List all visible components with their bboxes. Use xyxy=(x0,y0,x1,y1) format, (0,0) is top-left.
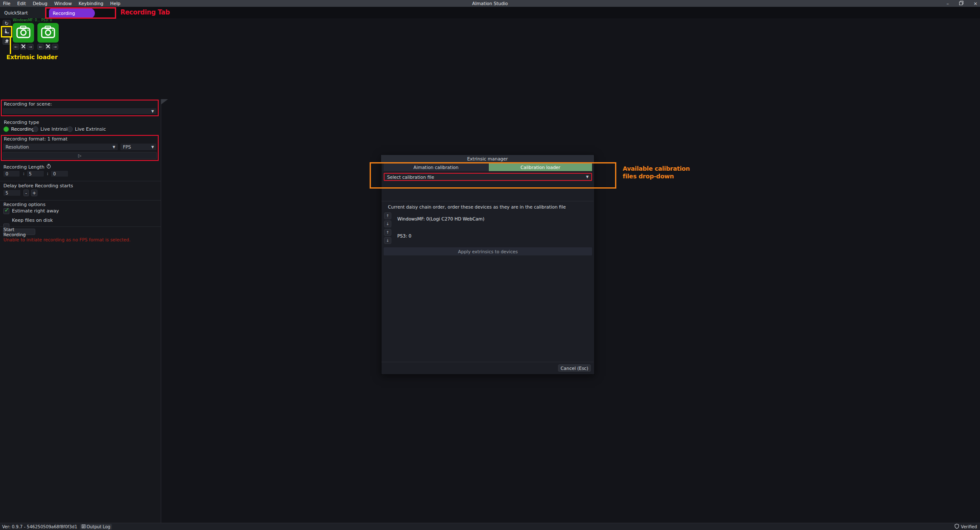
tab-recording-label: Recording xyxy=(53,11,75,16)
log-icon xyxy=(82,524,85,529)
menu-file[interactable]: File xyxy=(3,1,11,6)
menu-keybinding[interactable]: Keybinding xyxy=(79,1,103,6)
restore-icon[interactable] xyxy=(959,1,963,6)
length-minutes-value: 5 xyxy=(29,172,31,176)
extrinsic-loader-button[interactable] xyxy=(3,28,11,35)
tab-calibration-loader[interactable]: Calibration loader xyxy=(489,163,592,171)
delay-decrement-button[interactable]: - xyxy=(23,189,29,196)
version-text: Ver: 0.9.7 - 546250509a68f8f0f3d1 xyxy=(2,524,77,529)
menu-help[interactable]: Help xyxy=(110,1,120,6)
resolution-select-value: Resolution xyxy=(6,144,29,149)
splitter-handle[interactable] xyxy=(161,99,168,104)
radio-recording[interactable] xyxy=(3,126,9,132)
recording-length-text: Recording Length xyxy=(3,164,44,170)
divider xyxy=(382,362,593,362)
length-minutes-input[interactable]: 5 xyxy=(26,170,44,177)
right-arrow-icon: → xyxy=(29,45,32,49)
eraser-icon xyxy=(4,38,9,45)
fps-select[interactable]: FPS ▼ xyxy=(120,143,157,151)
device1-next-button[interactable]: → xyxy=(27,44,34,50)
camera-icon xyxy=(40,25,56,40)
recording-type-label: Recording type xyxy=(4,120,39,125)
tab-recording[interactable]: Recording xyxy=(49,8,95,18)
titlebar: File Edit Debug Window Keybinding Help A… xyxy=(0,0,980,7)
clear-devices-button[interactable] xyxy=(3,37,11,45)
extrinsic-loader-icon xyxy=(4,28,10,35)
device2-settings-button[interactable] xyxy=(45,44,51,50)
daisy-device1-label: WindowsMF: 0(Logi C270 HD WebCam) xyxy=(397,216,484,221)
menu-edit[interactable]: Edit xyxy=(17,1,26,6)
time-separator: : xyxy=(23,171,25,176)
tools-icon xyxy=(46,44,50,49)
close-button[interactable]: × xyxy=(974,1,977,6)
minus-icon: - xyxy=(26,190,27,195)
divider xyxy=(0,200,161,201)
start-recording-label: Start Recording xyxy=(3,227,35,237)
keep-files-checkbox-label: Keep files on disk xyxy=(12,218,53,223)
menu-debug[interactable]: Debug xyxy=(33,1,48,6)
radio-live-extrinsic-label: Live Extrinsic xyxy=(75,126,106,132)
recording-length-label: Recording Length xyxy=(3,164,51,170)
device2-move-up-button[interactable]: ↑ xyxy=(384,229,391,236)
shield-icon xyxy=(954,524,959,530)
refresh-devices-button[interactable]: ↻ xyxy=(3,20,11,27)
tab-quickstart[interactable]: QuickStart xyxy=(0,7,47,18)
clock-icon xyxy=(46,164,51,170)
tab-aimation-calibration[interactable]: Aimation calibration xyxy=(384,163,488,171)
panel-splitter[interactable] xyxy=(161,99,161,523)
calibration-file-select[interactable]: Select calibration file ▼ xyxy=(384,173,592,181)
recording-format-label: Recording format: 1 format xyxy=(4,136,68,142)
delay-input[interactable]: 5 xyxy=(3,189,21,196)
device2-next-button[interactable]: → xyxy=(52,44,58,50)
device1-settings-button[interactable] xyxy=(20,44,26,50)
chevron-down-icon: ▼ xyxy=(586,175,589,179)
tools-icon xyxy=(21,44,26,49)
annotation-extrinsic-loader-text: Extrinsic loader xyxy=(6,54,57,60)
length-hours-input[interactable]: 0 xyxy=(3,170,20,177)
cancel-button-label: Cancel (Esc) xyxy=(561,366,588,371)
resolution-select[interactable]: Resolution ▼ xyxy=(3,143,118,151)
radio-live-intrinsic[interactable] xyxy=(33,126,38,132)
camera-icon xyxy=(16,25,31,40)
status-bar: Ver: 0.9.7 - 546250509a68f8f0f3d1 Output… xyxy=(0,523,980,530)
delay-label: Delay before Recording starts xyxy=(3,183,73,189)
start-recording-button[interactable]: Start Recording xyxy=(3,229,35,235)
divider xyxy=(0,181,161,181)
apply-extrinsics-button[interactable]: Apply extrinsics to devices xyxy=(384,247,592,255)
tab-aimation-calibration-label: Aimation calibration xyxy=(413,165,459,170)
device1-move-down-button[interactable]: ↓ xyxy=(384,221,391,227)
estimate-checkbox-label: Estimate right away xyxy=(12,208,59,214)
plus-icon: + xyxy=(32,190,36,195)
length-seconds-input[interactable]: 0 xyxy=(51,170,68,177)
device2-move-down-button[interactable]: ↓ xyxy=(384,237,391,244)
dialog-title: Extrinsic manager xyxy=(381,155,594,162)
daisy-chain-instructions: Current daisy chain order, order these d… xyxy=(388,204,566,209)
annotation-line2: files drop-down xyxy=(623,172,690,180)
delay-value: 5 xyxy=(6,191,8,195)
app-window: File Edit Debug Window Keybinding Help A… xyxy=(0,0,980,530)
verified-label: Verified xyxy=(961,524,977,529)
device1-prev-button[interactable]: ← xyxy=(13,44,19,50)
radio-live-intrinsic-label: Live Intrinsic xyxy=(40,126,70,132)
scene-select[interactable]: ▼ xyxy=(2,108,157,115)
device2-prev-button[interactable]: ← xyxy=(37,44,44,50)
radio-live-extrinsic[interactable] xyxy=(67,126,73,132)
verified-status: Verified xyxy=(954,524,977,530)
cancel-button[interactable]: Cancel (Esc) xyxy=(558,364,591,372)
minimize-button[interactable]: – xyxy=(946,1,949,6)
device1-camera-thumbnail[interactable] xyxy=(13,23,34,43)
device1-move-up-button[interactable]: ↑ xyxy=(384,212,391,219)
up-arrow-icon: ↑ xyxy=(386,214,390,218)
annotation-calibration-dropdown-text: Available calibration files drop-down xyxy=(623,165,690,180)
length-hours-value: 0 xyxy=(6,172,8,176)
estimate-checkbox[interactable]: ✓ xyxy=(3,208,9,214)
fps-select-value: FPS xyxy=(123,144,131,149)
menubar: File Edit Debug Window Keybinding Help xyxy=(0,1,120,6)
device2-camera-thumbnail[interactable] xyxy=(37,23,59,43)
preview-format-button[interactable]: ▷ xyxy=(3,152,157,159)
output-log-button[interactable]: Output Log xyxy=(80,524,112,530)
device1-label: WindowsMF: 0... xyxy=(13,18,40,22)
delay-increment-button[interactable]: + xyxy=(31,189,37,196)
length-seconds-value: 0 xyxy=(53,172,56,176)
menu-window[interactable]: Window xyxy=(54,1,71,6)
